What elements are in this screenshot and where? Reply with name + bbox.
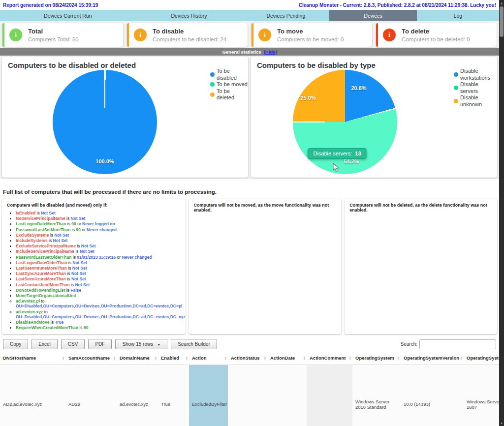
condition-segment: 90 <box>76 227 80 232</box>
csv-button[interactable]: CSV <box>61 339 85 349</box>
table-cell: AD2$ <box>65 365 117 426</box>
panel-header: Computers will not be deleted, as the de… <box>345 199 497 214</box>
column-header-operatingsystemlong[interactable]: OperatingSystemLong▴▾ <box>464 351 499 365</box>
condition-ou-path: OU=Disabled,OU=Computers,OU=Devices,OU=P… <box>16 314 186 319</box>
legend-item[interactable]: To be deleted <box>210 88 248 101</box>
sort-arrows-icon[interactable]: ▴▾ <box>304 356 305 360</box>
condition-segment: to <box>40 299 44 304</box>
column-header-actioncomment[interactable]: ActionComment▴▾ <box>307 351 352 365</box>
search-builder-button[interactable]: Search Builder <box>171 339 217 349</box>
datatable-buttons: CopyExcelCSVPDFShow 15 rows▼Search Build… <box>3 339 217 349</box>
hide-link[interactable]: (Hide) <box>264 49 277 55</box>
column-header-actiondate[interactable]: ActionDate▴▾ <box>267 351 307 365</box>
legend-item[interactable]: To be disabled <box>210 68 248 81</box>
sort-arrows-icon[interactable]: ▴▾ <box>225 356 226 360</box>
scroll-up-icon[interactable]: ▲ <box>499 0 504 6</box>
column-header-domainname[interactable]: DomainName▴▾ <box>117 351 158 365</box>
pdf-button[interactable]: PDF <box>88 339 112 349</box>
top-info-bar: Report generated on 08/24/2024 15:39:19 … <box>0 0 499 10</box>
sort-arrows-icon[interactable]: ▴▾ <box>114 356 115 360</box>
condition-segment: LastSeenIntuneMoreThan <box>16 266 67 271</box>
condition-item: ad.evotec.xyz to OU=Disabled,OU=Computer… <box>16 309 186 319</box>
table-row[interactable]: AD2.ad.evotec.xyzAD2$ad.evotec.xyzTrueEx… <box>0 365 499 426</box>
sort-arrows-icon[interactable]: ▴▾ <box>398 356 399 360</box>
scrollbar-thumb[interactable] <box>500 6 504 37</box>
column-header-enabled[interactable]: Enabled▴▾ <box>158 351 189 365</box>
info-icon: i <box>134 29 147 41</box>
condition-segment: is <box>66 276 71 281</box>
pie-percent-label: 20.8% <box>351 85 366 91</box>
legend-item[interactable]: Disable workstations <box>454 68 497 81</box>
search-input[interactable] <box>419 339 496 349</box>
column-header-operatingsystemversion[interactable]: OperatingSystemVersion▴▾ <box>401 351 464 365</box>
condition-segment: is <box>71 255 77 260</box>
column-header-actionstatus[interactable]: ActionStatus▴▾ <box>228 351 267 365</box>
column-header-samaccountname[interactable]: SamAccountName▴▾ <box>65 351 117 365</box>
condition-segment: Never changed <box>122 255 152 260</box>
table-cell <box>307 365 352 426</box>
card-subtitle: Computers Total: 50 <box>28 36 79 42</box>
condition-item: IncludeSystems is Not Set <box>16 238 186 243</box>
legend-item[interactable]: To be moved <box>210 81 248 88</box>
tab-devices-history[interactable]: Devices History <box>136 10 243 21</box>
table-cell: 10.0 (14393) <box>401 365 464 426</box>
condition-panel-2: Computers will not be moved, as the move… <box>189 199 342 334</box>
condition-segment: is <box>65 216 71 221</box>
table-cell <box>228 365 267 426</box>
sort-arrows-icon[interactable]: ▴▾ <box>186 356 188 360</box>
tab-devices-pending[interactable]: Devices Pending <box>242 10 329 21</box>
legend-label: Disable unknown <box>460 94 497 108</box>
summary-cards: iTotalComputers Total: 50iTo disableComp… <box>0 21 499 48</box>
condition-segment: Not Set <box>71 271 86 276</box>
condition-segment: or <box>76 221 82 226</box>
tab-bar: Devices Current RunDevices HistoryDevice… <box>0 10 499 21</box>
condition-segment: True <box>55 320 63 325</box>
condition-segment: is <box>35 211 41 215</box>
card-title: To delete <box>402 28 470 35</box>
condition-segment: is <box>67 260 72 265</box>
condition-item: LastContactJamfMoreThan is Not Set <box>16 282 186 287</box>
show-rows-dropdown[interactable]: Show 15 rows▼ <box>115 339 167 349</box>
sort-arrows-icon[interactable]: ▴▾ <box>461 356 462 360</box>
condition-segment: LastContactJamfMoreThan <box>16 282 70 287</box>
condition-segment: is <box>49 233 55 238</box>
search-label: Search: <box>401 341 417 347</box>
condition-segment: Not Set <box>72 266 87 271</box>
card-title: To disable <box>153 28 226 35</box>
condition-segment: Not Set <box>54 233 69 238</box>
condition-item: LastSyncAzureMoreThan is Not Set <box>16 271 186 276</box>
condition-segment: or <box>116 255 122 260</box>
condition-segment: IncludeSystems <box>16 238 48 243</box>
condition-segment: ad.evotec.pl <box>16 299 40 304</box>
sort-arrows-icon[interactable]: ▴▾ <box>264 356 266 360</box>
vertical-scrollbar[interactable]: ▲ ▼ <box>499 0 504 426</box>
condition-segment: Not Set <box>53 238 68 243</box>
legend-item[interactable]: Disable servers <box>454 81 497 94</box>
info-icon: i <box>258 29 271 41</box>
sort-arrows-icon[interactable]: ▴▾ <box>349 356 351 360</box>
condition-segment: is <box>66 271 71 276</box>
legend-dot-icon <box>454 72 458 77</box>
sort-arrows-icon[interactable]: ▴▾ <box>63 356 64 360</box>
condition-segment: DisableAndMove <box>16 320 50 325</box>
tab-log[interactable]: Log <box>417 10 499 21</box>
legend-item[interactable]: Disable unknown <box>454 94 497 108</box>
report-page: Report generated on 08/24/2024 15:39:19 … <box>0 0 499 426</box>
datatable-controls: CopyExcelCSVPDFShow 15 rows▼Search Build… <box>0 335 499 351</box>
chart-disabled-or-deleted: Computers to be disabled or deleted 100.… <box>2 57 248 178</box>
column-header-action[interactable]: Action▴▾ <box>189 351 228 365</box>
scroll-down-icon[interactable]: ▼ <box>499 420 504 426</box>
condition-segment: LastLogonDateOlderThan <box>16 260 67 265</box>
tab-devices[interactable]: Devices <box>329 10 416 21</box>
sort-arrows-icon[interactable]: ▴▾ <box>155 356 157 360</box>
condition-item: ad.evotec.pl to OU=Disabled,OU=Computers… <box>16 299 186 308</box>
column-header-dnshostname[interactable]: DNSHostName▴▾ <box>0 351 65 365</box>
excel-button[interactable]: Excel <box>32 339 57 349</box>
condition-segment: Not Set <box>72 260 87 265</box>
copy-button[interactable]: Copy <box>3 339 28 349</box>
tab-devices-current-run[interactable]: Devices Current Run <box>0 10 136 21</box>
condition-segment: False <box>70 288 81 293</box>
column-header-operatingsystem[interactable]: OperatingSystem▴▾ <box>352 351 401 365</box>
condition-list: IsEnabled is Not SetNoServicePrincipalNa… <box>2 211 186 330</box>
condition-segment: ExcludeServicePrincipalName <box>16 243 76 248</box>
